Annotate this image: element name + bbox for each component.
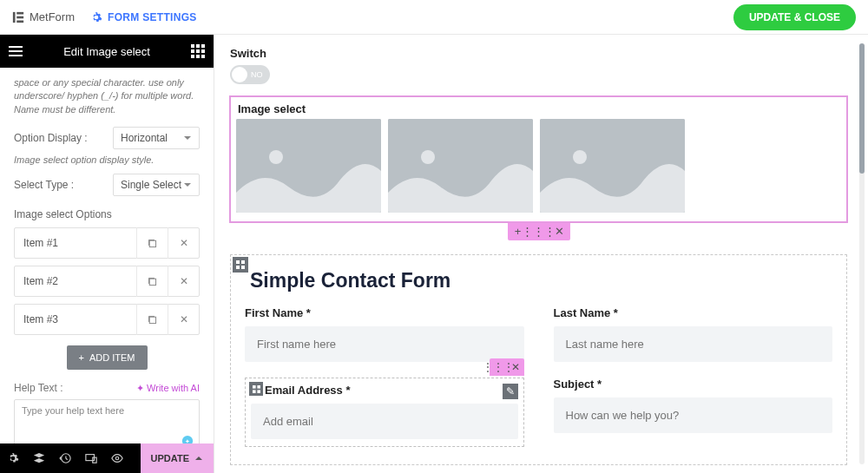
grid-icon[interactable] xyxy=(191,44,205,58)
svg-point-24 xyxy=(115,457,119,460)
layers-icon[interactable] xyxy=(26,443,52,473)
email-field: ⋮⋮⋮ ✕ ✎ Email Address * xyxy=(245,378,524,447)
top-bar-left: MetForm FORM SETTINGS xyxy=(12,10,197,23)
history-icon[interactable] xyxy=(52,443,78,473)
option-display-row: Option Display : Horizontal xyxy=(14,127,200,149)
close-icon[interactable]: ✕ xyxy=(168,304,199,335)
last-name-label: Last Name * xyxy=(554,306,833,319)
svg-rect-0 xyxy=(13,11,16,22)
copy-icon[interactable] xyxy=(136,304,168,335)
image-option[interactable] xyxy=(236,119,381,213)
help-text-input[interactable]: Type your help text here ✦ xyxy=(14,399,200,443)
svg-point-30 xyxy=(573,150,587,164)
copy-icon[interactable] xyxy=(136,266,168,297)
svg-rect-13 xyxy=(191,55,194,58)
close-icon[interactable]: ✕ xyxy=(168,227,199,259)
svg-rect-5 xyxy=(9,50,23,52)
top-bar: MetForm FORM SETTINGS UPDATE & CLOSE xyxy=(0,0,868,35)
svg-rect-18 xyxy=(149,317,155,323)
select-type-row: Select Type : Single Select xyxy=(14,174,200,196)
svg-rect-14 xyxy=(196,55,200,58)
svg-rect-11 xyxy=(196,49,200,53)
last-name-field: Last Name * xyxy=(554,306,833,362)
section-handle-icon[interactable] xyxy=(249,382,263,396)
add-item-button[interactable]: + ADD ITEM xyxy=(67,345,148,370)
close-icon[interactable]: ✕ xyxy=(507,358,524,376)
ai-badge-icon[interactable]: ✦ xyxy=(181,435,194,443)
option-item-label: Item #3 xyxy=(15,313,136,325)
section-handle-icon[interactable] xyxy=(233,257,248,273)
elementor-icon xyxy=(12,11,24,23)
first-name-field: First Name * xyxy=(245,306,524,362)
option-display-label: Option Display : xyxy=(14,132,88,144)
panel-title: Edit Image select xyxy=(63,45,150,58)
write-with-ai-button[interactable]: ✦ Write with AI xyxy=(136,383,200,394)
svg-rect-38 xyxy=(257,390,260,393)
svg-rect-16 xyxy=(149,240,155,246)
update-button[interactable]: UPDATE xyxy=(141,443,214,473)
chevron-down-icon xyxy=(183,134,192,142)
option-display-select[interactable]: Horizontal xyxy=(113,127,200,149)
select-type-select[interactable]: Single Select xyxy=(113,174,200,196)
svg-rect-9 xyxy=(201,44,205,48)
chevron-down-icon xyxy=(183,181,192,189)
svg-rect-17 xyxy=(149,279,155,285)
panel-body: space or any special character. use only… xyxy=(0,68,214,443)
svg-rect-32 xyxy=(241,260,245,264)
chevron-up-icon xyxy=(194,454,203,463)
settings-icon[interactable] xyxy=(0,443,26,473)
svg-rect-3 xyxy=(16,20,23,23)
option-item[interactable]: Item #3 ✕ xyxy=(14,304,200,335)
contact-form-section[interactable]: Simple Contact Form First Name * Last Na… xyxy=(230,254,847,465)
svg-rect-15 xyxy=(201,55,205,58)
email-input[interactable] xyxy=(251,404,518,439)
email-label: Email Address * xyxy=(265,384,518,397)
close-icon[interactable]: ✕ xyxy=(549,221,570,240)
svg-rect-7 xyxy=(191,44,194,48)
image-option[interactable] xyxy=(388,119,533,213)
svg-rect-34 xyxy=(241,266,245,269)
svg-point-26 xyxy=(269,150,283,164)
plus-icon: + xyxy=(79,352,84,363)
svg-rect-37 xyxy=(253,390,256,393)
preview-icon[interactable] xyxy=(104,443,130,473)
responsive-icon[interactable] xyxy=(78,443,104,473)
close-icon[interactable]: ✕ xyxy=(168,266,199,297)
option-display-hint: Image select option display style. xyxy=(14,154,200,165)
option-item[interactable]: Item #1 ✕ xyxy=(14,227,200,259)
panel-header: Edit Image select xyxy=(0,35,214,68)
email-widget-selected[interactable]: ✎ Email Address * xyxy=(245,378,524,447)
menu-icon[interactable] xyxy=(9,44,23,58)
form-settings-button[interactable]: FORM SETTINGS xyxy=(90,11,197,23)
contact-form-title: Simple Contact Form xyxy=(250,269,832,292)
svg-text:✦: ✦ xyxy=(185,438,190,443)
svg-point-28 xyxy=(421,150,435,164)
subject-label: Subject * xyxy=(554,378,833,391)
subject-input[interactable] xyxy=(554,397,833,433)
switch-label: Switch xyxy=(230,47,847,60)
image-option[interactable] xyxy=(540,119,685,213)
image-select-title: Image select xyxy=(231,97,846,119)
brand[interactable]: MetForm xyxy=(12,10,75,23)
image-select-widget[interactable]: Image select xyxy=(230,96,847,222)
svg-rect-36 xyxy=(257,385,260,389)
svg-rect-8 xyxy=(196,44,200,48)
svg-rect-31 xyxy=(236,260,240,264)
scrollbar-thumb[interactable] xyxy=(859,43,865,174)
copy-icon[interactable] xyxy=(136,227,168,259)
edit-icon[interactable]: ✎ xyxy=(503,384,518,399)
update-close-button[interactable]: UPDATE & CLOSE xyxy=(733,4,856,30)
brand-label: MetForm xyxy=(30,10,75,23)
svg-rect-12 xyxy=(201,49,205,53)
help-text-label: Help Text : xyxy=(14,382,62,394)
last-name-input[interactable] xyxy=(554,326,833,362)
first-name-input[interactable] xyxy=(245,326,524,362)
select-type-label: Select Type : xyxy=(14,179,74,191)
drag-icon[interactable]: ⋮⋮⋮ xyxy=(490,358,507,376)
name-help-note: space or any special character. use only… xyxy=(14,76,200,116)
option-item[interactable]: Item #2 ✕ xyxy=(14,266,200,297)
svg-rect-33 xyxy=(236,266,240,269)
switch-toggle[interactable]: NO xyxy=(230,65,270,84)
drag-icon[interactable]: ⋮⋮⋮ xyxy=(529,221,549,240)
canvas-area: Switch NO Image select + ⋮⋮⋮ ✕ Simple C xyxy=(214,35,868,473)
